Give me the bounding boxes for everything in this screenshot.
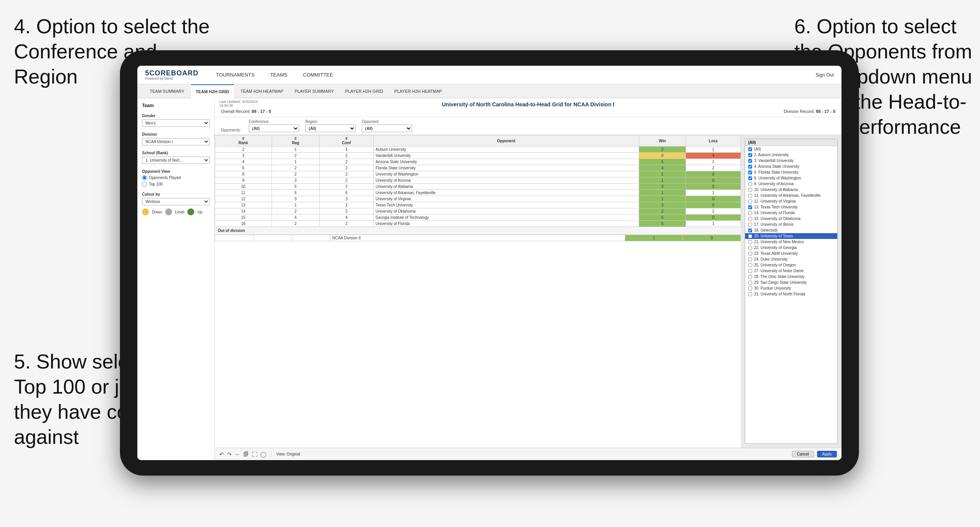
nav-committee[interactable]: COMMITTEE — [301, 66, 335, 84]
cell-loss: 1 — [686, 159, 741, 165]
toolbar-back[interactable]: ← — [235, 451, 240, 457]
table-row: 11 6 6 University of Arkansas, Fayettevi… — [215, 190, 741, 196]
filter-opponent-select[interactable]: (All) — [362, 125, 412, 132]
cell-rag: 6 — [272, 190, 320, 196]
toolbar-undo[interactable]: ↶ — [219, 451, 224, 457]
cell-name: University of Arkansas, Fayetteville — [373, 190, 639, 196]
cell-name: University of Washington — [373, 171, 639, 177]
nav-teams[interactable]: TEAMS — [268, 66, 289, 84]
cell-rank: 13 — [215, 202, 272, 208]
radio-top100[interactable]: Top 100 — [142, 182, 210, 187]
dropdown-list-item[interactable]: 18. (selected) — [745, 227, 837, 233]
dropdown-list-item[interactable]: 15. University of Oklahoma — [745, 216, 837, 222]
dropdown-list-item[interactable]: 24. Duke University — [745, 256, 837, 262]
sidebar-gender-label: Gender — [142, 114, 210, 118]
dropdown-list-item[interactable]: 28. The Ohio State University — [745, 274, 837, 280]
cell-loss: 0 — [686, 202, 741, 208]
dropdown-list-item[interactable]: 4. Arizona State University — [745, 164, 837, 169]
tab-player-h2h-grid[interactable]: PLAYER H2H GRID — [340, 84, 388, 98]
cell-name: University of Oklahoma — [373, 208, 639, 215]
color-up-label: Up — [197, 210, 202, 214]
dropdown-list-item[interactable]: 31. University of North Florida — [745, 291, 837, 297]
sidebar-school-select[interactable]: 1. University of Nort... — [142, 157, 210, 164]
toolbar-copy[interactable]: 🗐 — [243, 451, 249, 457]
filter-conference-group: Conference (All) — [249, 119, 299, 132]
sidebar-team-title: Team — [142, 103, 154, 108]
tab-team-summary[interactable]: TEAM SUMMARY — [145, 84, 189, 98]
dropdown-list-item[interactable]: 10. University of Alabama — [745, 187, 837, 193]
dropdown-list-item[interactable]: 2. Auburn University — [745, 152, 837, 158]
table-row: 10 5 2 University of Alabama 3 0 — [215, 184, 741, 190]
dropdown-list-item[interactable]: 14. University of Florida — [745, 210, 837, 216]
table-row: 14 2 2 University of Oklahoma 2 2 — [215, 208, 741, 215]
dropdown-list-item[interactable]: 6. Florida State University — [745, 169, 837, 175]
filter-region-label: Region — [305, 119, 356, 124]
dropdown-list-item[interactable]: 3. Vanderbilt University — [745, 158, 837, 164]
opponents-label: Opponents: — [221, 128, 241, 132]
sidebar-division-select[interactable]: NCAA Division I — [142, 138, 210, 145]
apply-button[interactable]: Apply — [817, 451, 837, 457]
cell-loss: 1 — [686, 190, 741, 196]
cell-loss: 1 — [686, 221, 741, 227]
cell-rag: 4 — [272, 215, 320, 221]
cell-conf: 2 — [320, 153, 374, 159]
tab-h2h-heatmap[interactable]: TEAM H2H HEATMAP — [236, 84, 288, 98]
cell-name: University of Alabama — [373, 184, 639, 190]
dropdown-list-item[interactable]: 8. University of Washington — [745, 175, 837, 181]
toolbar-redo[interactable]: ↷ — [227, 451, 232, 457]
sidebar-division-label: Division — [142, 132, 210, 136]
toolbar-fit[interactable]: ⛶ — [252, 451, 257, 457]
main-content: Team Gender Men's Division NCAA Division… — [137, 98, 841, 460]
filter-conference-select[interactable]: (All) — [249, 125, 299, 132]
dropdown-list-item[interactable]: 9. University of Arizona — [745, 181, 837, 187]
top-nav: 5COREBOARD Powered by blend TOURNAMENTS … — [137, 66, 841, 84]
sidebar-colour-select[interactable]: Win/loss — [142, 198, 210, 205]
cell-conf: 1 — [320, 147, 374, 153]
logo-sub: Powered by blend — [145, 77, 198, 80]
sidebar-gender-select[interactable]: Men's — [142, 119, 210, 127]
radio-opponents-played[interactable]: Opponents Played — [142, 175, 210, 180]
nav-tournaments[interactable]: TOURNAMENTS — [214, 66, 257, 84]
tab-player-summary[interactable]: PLAYER SUMMARY — [290, 84, 339, 98]
filter-conference-label: Conference — [249, 119, 299, 124]
sidebar-section-team: Team — [142, 103, 210, 108]
dropdown-list-item[interactable]: 21. University of New Mexico — [745, 239, 837, 245]
nav-sign-out[interactable]: Sign Out — [816, 72, 834, 78]
cell-conf: 2 — [320, 159, 374, 165]
tablet-screen: 5COREBOARD Powered by blend TOURNAMENTS … — [137, 66, 841, 460]
filter-region-select[interactable]: (All) — [305, 125, 356, 132]
sidebar-opponent-view-label: Opponent View — [142, 169, 210, 174]
toolbar-clock[interactable]: ◯ — [260, 451, 267, 457]
out-div-conf — [292, 235, 330, 241]
cell-name: Texas Tech University — [373, 202, 639, 208]
logo-area: 5COREBOARD Powered by blend — [145, 69, 198, 80]
dropdown-item-all[interactable]: (All) — [745, 146, 837, 152]
dropdown-list-item[interactable]: 23. Texas A&M University — [745, 251, 837, 256]
tab-h2h-grid[interactable]: TEAM H2H GRID — [191, 84, 234, 98]
cell-conf: 2 — [320, 208, 374, 215]
tab-player-h2h-heatmap[interactable]: PLAYER H2H HEATMAP — [390, 84, 446, 98]
dropdown-list-item[interactable]: 12. University of Virginia — [745, 198, 837, 204]
cell-loss: 0 — [686, 184, 741, 190]
dropdown-list: 2. Auburn University 3. Vanderbilt Unive… — [745, 152, 837, 297]
report-records: Overall Record: 89 - 17 - 0 Division Rec… — [221, 109, 835, 114]
out-div-win: 1 — [625, 235, 683, 241]
cell-rag: 3 — [272, 177, 320, 184]
sidebar: Team Gender Men's Division NCAA Division… — [137, 98, 215, 460]
dropdown-list-item[interactable]: 17. University of Illinois — [745, 222, 837, 227]
dropdown-list-item[interactable]: 22. University of Georgia — [745, 245, 837, 251]
opponent-dropdown-panel[interactable]: (All) (All) 2. Auburn University 3. Vand… — [745, 139, 838, 444]
dropdown-list-item[interactable]: 25. University of Oregon — [745, 262, 837, 268]
cell-win: 5 — [639, 221, 686, 227]
cell-rag: 3 — [272, 196, 320, 202]
dropdown-list-item[interactable]: 30. Purdue University — [745, 285, 837, 291]
filter-opponent-label: Opponent — [362, 119, 412, 124]
dropdown-list-item[interactable]: 11. University of Arkansas, Fayetteville — [745, 193, 837, 198]
dropdown-list-item[interactable]: 27. University of Notre Dame — [745, 268, 837, 274]
dropdown-list-item[interactable]: 20. University of Texas — [745, 233, 837, 239]
cell-loss: 2 — [686, 208, 741, 215]
dropdown-list-item[interactable]: 13. Texas Tech University — [745, 204, 837, 210]
cell-win: 5 — [639, 215, 686, 221]
cancel-button[interactable]: Cancel — [792, 451, 814, 457]
dropdown-list-item[interactable]: 29. San Diego State University — [745, 280, 837, 285]
